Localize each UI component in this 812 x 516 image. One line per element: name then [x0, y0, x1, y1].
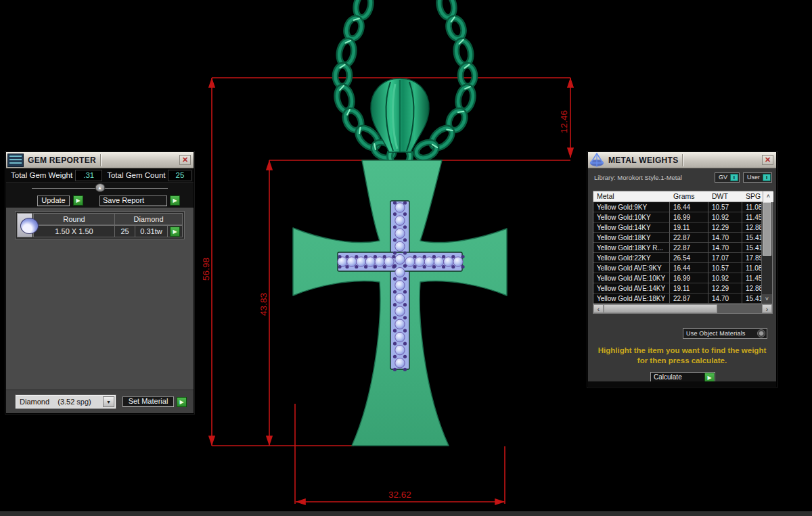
material-sphere-icon: [757, 329, 765, 337]
dimension-bail-height: 12.46: [559, 110, 569, 133]
gem-type-header: Diamond: [114, 213, 183, 225]
metal-weights-titlebar[interactable]: METAL WEIGHTS ✕: [588, 152, 776, 168]
gem-shape-header: Round: [33, 213, 115, 225]
gem-row-play-icon[interactable]: ▶: [170, 227, 180, 237]
user-info-icon[interactable]: I: [763, 174, 771, 181]
close-icon[interactable]: ✕: [179, 155, 191, 165]
gv-info-icon[interactable]: I: [730, 174, 738, 181]
dimension-total-height: 56.98: [201, 258, 211, 281]
taskbar-strip: [0, 511, 812, 516]
chevron-down-icon[interactable]: ▼: [103, 396, 114, 407]
instruction-text: Highlight the item you want to find the …: [588, 346, 776, 366]
scrollbar-thumb[interactable]: [604, 304, 717, 313]
table-row[interactable]: Yellow Gold:18KY22.8714.7015.41: [593, 233, 772, 243]
metal-weights-title: METAL WEIGHTS: [608, 156, 678, 165]
total-gem-count-value: 25: [168, 170, 191, 181]
table-row[interactable]: Yellow Gold:9KY16.4410.5711.08: [593, 202, 772, 212]
col-dwt: DWT: [708, 191, 742, 202]
gem-reporter-titlebar[interactable]: GEM REPORTER ✕: [6, 152, 194, 168]
metal-weights-panel: METAL WEIGHTS ✕ Library: Morokort Style.…: [587, 151, 777, 388]
vertical-scrollbar[interactable]: ˅: [761, 202, 772, 304]
library-label: Library: Morokort Style.1-Metal: [594, 174, 711, 181]
save-report-button[interactable]: Save Report: [99, 195, 167, 206]
total-gem-weight-label: Total Gem Weight: [6, 171, 75, 179]
save-report-play-icon[interactable]: ▶: [170, 195, 180, 206]
horizontal-scrollbar[interactable]: ‹ ›: [593, 304, 772, 313]
gem-summary-table[interactable]: Round Diamond 1.50 X 1.50 25 0.31tw ▶: [15, 211, 185, 239]
total-gem-weight-value: .31: [75, 170, 102, 181]
table-row[interactable]: Yellow Gold:18KY R...22.8714.7015.41: [593, 243, 772, 253]
gem-reporter-title: GEM REPORTER: [28, 156, 96, 165]
set-material-play-icon[interactable]: ▶: [177, 397, 187, 407]
collapse-toggle[interactable]: ▲: [95, 183, 105, 192]
update-button[interactable]: Update: [37, 195, 70, 206]
material-dropdown[interactable]: Diamond (3.52 spg) ▼: [16, 395, 116, 408]
metal-weights-icon: [588, 152, 606, 168]
gem-weight-value: 0.31tw: [135, 225, 168, 237]
gem-thumbnail: [17, 213, 32, 237]
total-gem-count-label: Total Gem Count: [102, 171, 168, 179]
table-row[interactable]: Yellow Gold AVE:9KY16.4410.5711.08: [593, 263, 772, 273]
set-material-button[interactable]: Set Material: [122, 396, 174, 407]
dimension-cross-width: 32.62: [388, 490, 411, 500]
gv-button[interactable]: GV I: [715, 172, 740, 183]
dimension-cross-height: 43.83: [258, 293, 269, 316]
scroll-up-icon[interactable]: ˄: [763, 191, 773, 202]
metal-table-body: Yellow Gold:9KY16.4410.5711.08Yellow Gol…: [593, 202, 772, 304]
table-row[interactable]: Yellow Gold AVE:14KY19.1112.2912.88: [593, 283, 772, 294]
cross-pendant[interactable]: [293, 160, 507, 446]
scroll-right-icon[interactable]: ›: [762, 304, 772, 313]
col-spg: SPG: [742, 191, 763, 202]
gem-reporter-panel: GEM REPORTER ✕ Total Gem Weight .31 Tota…: [5, 151, 194, 414]
table-row[interactable]: Yellow Gold:22KY26.5417.0717.89: [593, 253, 772, 263]
table-row[interactable]: Yellow Gold:10KY16.9910.9211.45: [593, 212, 772, 222]
round-gem-icon: [20, 218, 39, 234]
table-row[interactable]: Yellow Gold:14KY19.1112.2912.88: [593, 222, 772, 233]
update-play-icon[interactable]: ▶: [73, 195, 83, 206]
scroll-left-icon[interactable]: ‹: [593, 304, 604, 313]
metal-table: Metal Grams DWT SPG ˄ Yellow Gold:9KY16.…: [593, 191, 773, 314]
table-row[interactable]: Yellow Gold AVE:10KY16.9910.9211.45: [593, 273, 772, 283]
user-button[interactable]: User I: [743, 172, 772, 183]
col-grams: Grams: [670, 191, 708, 202]
use-object-materials-dropdown[interactable]: Use Object Materials: [683, 328, 767, 339]
scrollbar-thumb[interactable]: [763, 202, 771, 256]
table-row[interactable]: Yellow Gold AVE:18KY22.8714.7015.41: [593, 294, 772, 304]
gem-size-value: 1.50 X 1.50: [33, 225, 115, 237]
gem-reporter-icon: [7, 154, 24, 167]
panel-footer: [588, 381, 776, 387]
close-icon[interactable]: ✕: [762, 155, 773, 165]
metal-table-header: Metal Grams DWT SPG ˄: [593, 191, 772, 202]
scroll-down-icon[interactable]: ˅: [761, 294, 772, 304]
gem-count-value: 25: [114, 225, 135, 237]
material-dropdown-value: Diamond (3.52 spg): [16, 398, 103, 406]
col-metal: Metal: [593, 191, 670, 202]
